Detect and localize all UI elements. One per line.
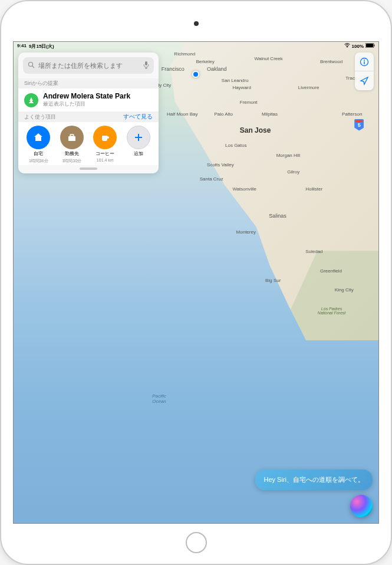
- city-label[interactable]: Milpitas: [262, 111, 278, 117]
- siri-orb[interactable]: [350, 495, 373, 517]
- svg-rect-2: [374, 45, 375, 47]
- city-label[interactable]: Berkeley: [196, 59, 215, 64]
- city-label[interactable]: Patterson: [342, 111, 362, 117]
- svg-rect-5: [145, 61, 147, 65]
- city-label[interactable]: Livermore: [298, 85, 319, 90]
- search-input[interactable]: [38, 62, 140, 69]
- camera-dot: [194, 21, 199, 26]
- locate-button[interactable]: [355, 71, 374, 90]
- favorites-section-header: よく使う項目 すべて見る: [18, 111, 159, 122]
- screen: 9:41 9月15日(火) 100% RichmondBerkeleyWalnu…: [13, 41, 379, 524]
- city-label[interactable]: Palo Alto: [214, 111, 233, 117]
- city-label[interactable]: Los Gatos: [225, 143, 246, 148]
- city-label[interactable]: Fremont: [240, 100, 258, 105]
- city-label[interactable]: Soledad: [305, 249, 322, 254]
- search-icon: [28, 61, 35, 70]
- city-label[interactable]: San Leandro: [222, 78, 249, 83]
- suggestion-title: Andrew Molera State Park: [43, 92, 153, 100]
- city-label[interactable]: San Jose: [240, 126, 271, 134]
- city-label[interactable]: Watsonville: [232, 186, 256, 192]
- siri-section-header: Siriからの提案: [18, 78, 159, 88]
- ocean-label: PacificOcean: [152, 393, 166, 405]
- city-label[interactable]: Morgan Hill: [276, 153, 300, 158]
- home-button[interactable]: [186, 532, 207, 553]
- svg-point-11: [364, 60, 365, 61]
- svg-point-3: [29, 62, 33, 66]
- svg-rect-1: [366, 44, 373, 47]
- info-button[interactable]: [355, 52, 374, 71]
- svg-line-4: [32, 65, 34, 67]
- city-label[interactable]: Gilroy: [287, 169, 299, 175]
- city-label[interactable]: Walnut Creek: [255, 56, 283, 61]
- favorite-add[interactable]: 追加: [124, 126, 153, 164]
- plus-icon: [127, 126, 150, 149]
- city-label[interactable]: Brentwood: [320, 59, 342, 64]
- map-forest: [276, 251, 378, 340]
- park-icon: [24, 93, 38, 107]
- svg-rect-6: [68, 136, 75, 141]
- city-label[interactable]: Salinas: [269, 213, 286, 219]
- status-time: 9:41: [17, 43, 27, 50]
- city-label[interactable]: Francisco: [162, 66, 185, 72]
- city-label[interactable]: Half Moon Bay: [167, 111, 197, 117]
- mic-icon[interactable]: [143, 61, 149, 71]
- siri-response-bubble: Hey Siri、自宅への道順を調べて。: [255, 469, 373, 490]
- suggestion-subtitle: 最近表示した項目: [43, 100, 153, 108]
- map-controls: [355, 52, 374, 90]
- briefcase-icon: [60, 126, 84, 149]
- city-label[interactable]: Oakland: [207, 66, 227, 72]
- svg-rect-12: [364, 61, 364, 64]
- home-icon: [27, 126, 50, 149]
- search-field[interactable]: [23, 57, 154, 74]
- city-label[interactable]: Big Sur: [265, 278, 281, 283]
- wifi-icon: [344, 43, 350, 49]
- siri-suggestion-row[interactable]: Andrew Molera State Park 最近表示した項目: [18, 88, 159, 111]
- status-date: 9月15日(火): [29, 43, 54, 50]
- battery-icon: [365, 43, 375, 49]
- city-label[interactable]: King City: [335, 287, 354, 293]
- city-label[interactable]: Hayward: [232, 85, 251, 90]
- city-label[interactable]: Greenfield: [320, 268, 342, 274]
- see-all-link[interactable]: すべて見る: [123, 113, 153, 121]
- favorite-home[interactable]: 自宅 1時間36分: [24, 126, 53, 164]
- city-label[interactable]: Richmond: [174, 51, 195, 57]
- battery-pct: 100%: [352, 44, 364, 49]
- status-bar: 9:41 9月15日(火) 100%: [14, 42, 378, 50]
- card-grabber[interactable]: [80, 167, 97, 170]
- ipad-frame: 9:41 9月15日(火) 100% RichmondBerkeleyWalnu…: [0, 0, 392, 565]
- forest-label: Los PadresNational Forest: [318, 307, 345, 316]
- search-card: Siriからの提案 Andrew Molera State Park 最近表示し…: [18, 52, 159, 173]
- favorite-work[interactable]: 勤務先 1時間30分: [58, 126, 87, 164]
- svg-rect-7: [70, 134, 74, 136]
- city-label[interactable]: Scotts Valley: [207, 162, 234, 167]
- city-label[interactable]: Santa Cruz: [200, 176, 223, 182]
- map-land[interactable]: [152, 42, 378, 340]
- favorites-row: 自宅 1時間36分 勤務先 1時間30分 コーヒー 101.4 km: [18, 122, 159, 165]
- favorite-coffee[interactable]: コーヒー 101.4 km: [91, 126, 120, 164]
- coffee-icon: [93, 126, 117, 149]
- city-label[interactable]: Monterey: [236, 229, 256, 235]
- city-label[interactable]: Hollister: [305, 186, 322, 192]
